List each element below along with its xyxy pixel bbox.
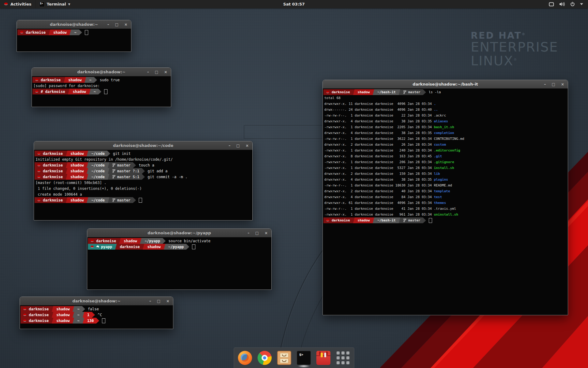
volume-icon[interactable] — [559, 2, 565, 6]
dock-item-firefox[interactable] — [238, 351, 252, 365]
close-button[interactable]: × — [124, 23, 127, 26]
powerline-arrow — [82, 306, 85, 312]
prompt-segment-user: darknoise — [35, 168, 65, 174]
firefox-icon — [238, 351, 252, 365]
status-area — [549, 0, 588, 8]
terminal-content[interactable]: darknoiseshadow~sudo true[sudo] password… — [32, 76, 171, 94]
minimize-button[interactable]: – — [229, 144, 231, 148]
ls-row-filename: completion — [434, 131, 454, 135]
powerline-separator — [84, 77, 87, 83]
powerline-separator — [86, 174, 89, 180]
terminal-cursor — [104, 89, 107, 94]
minimize-button[interactable]: – — [107, 23, 109, 26]
maximize-button[interactable]: □ — [155, 70, 158, 74]
window-buttons: –□× — [544, 82, 568, 86]
terminal-content[interactable]: darknoiseshadow~/bash-itmasterls -latota… — [323, 89, 568, 223]
terminal-content[interactable]: darknoiseshadow~ — [17, 29, 131, 35]
power-icon[interactable] — [570, 2, 575, 6]
dock-item-chrome[interactable] — [258, 351, 272, 365]
git-branch-icon — [112, 175, 115, 179]
powerline-arrow — [133, 162, 136, 168]
titlebar[interactable]: darknoise@shadow:~/pyapp –□× — [87, 229, 271, 237]
minimize-button[interactable]: – — [147, 70, 149, 74]
dock-item-app-grid[interactable] — [336, 351, 350, 365]
powerline-separator — [82, 318, 85, 324]
redhat-prompt-icon — [90, 240, 94, 243]
dock-item-terminal[interactable]: $> — [297, 351, 311, 365]
maximize-button[interactable]: □ — [115, 23, 119, 26]
prompt-segment-host: shadow — [68, 168, 86, 174]
redhat-prompt-icon — [37, 175, 41, 178]
ls-row-meta: -rw-rw-r--. 1 darknoise darknoise 18630 … — [323, 183, 434, 187]
terminal-cursor — [429, 218, 432, 223]
titlebar[interactable]: darknoise@shadow:~ –□× — [20, 297, 173, 305]
close-button[interactable]: × — [561, 82, 564, 86]
prompt-segment-user: darknoise — [17, 29, 48, 35]
prompt-segment-host: shadow — [54, 306, 72, 312]
terminal-line: [master (root-commit) 50bcb63] . — [35, 180, 252, 186]
ls-row-meta: -rwxrwxr-x. 1 darknoise darknoise 206 Ja… — [323, 160, 434, 164]
powerline-separator — [398, 217, 401, 223]
powerline-separator — [51, 318, 54, 324]
powerline-separator — [51, 306, 54, 312]
ls-row-filename: themes — [434, 201, 446, 205]
powerline-separator — [65, 174, 68, 180]
prompt-segment-host: shadow — [51, 29, 69, 35]
minimize-button[interactable]: – — [248, 231, 250, 235]
prompt-segment-path: ~ — [75, 306, 82, 312]
dock: $> — [234, 347, 354, 368]
terminal-line: darknoiseshadow~/pyappsource bin/activat… — [88, 238, 271, 244]
minimize-button[interactable]: – — [544, 82, 546, 86]
prompt-segment-path: ~/code — [89, 151, 107, 156]
chevron-down-icon[interactable] — [580, 3, 583, 5]
dock-item-toolbox[interactable] — [316, 351, 330, 365]
maximize-button[interactable]: □ — [236, 144, 240, 148]
terminal-line: drwxrwxr-x. 2 darknoise darknoise 40 Jan… — [323, 188, 568, 194]
close-button[interactable]: × — [265, 231, 268, 235]
activities-button[interactable]: Activities — [0, 0, 35, 8]
python-venv-icon — [96, 245, 99, 248]
close-button[interactable]: × — [166, 299, 169, 303]
terminal-line: [sudo] password for darknoise: — [32, 83, 171, 89]
registered-mark: ® — [522, 32, 525, 36]
redhat-prompt-icon — [23, 313, 27, 316]
ls-row-filename: .. — [434, 108, 438, 112]
dock-item-files[interactable] — [277, 351, 291, 365]
ls-row-filename: .editorconfig — [434, 148, 460, 152]
maximize-button[interactable]: □ — [157, 299, 160, 303]
terminal-content[interactable]: darknoiseshadow~falsedarknoiseshadow~1^C… — [20, 305, 173, 324]
powerline-arrow — [133, 197, 136, 203]
ls-row-filename: uninstall.sh — [434, 213, 458, 217]
titlebar[interactable]: darknoise@shadow:~/code –□× — [34, 141, 252, 150]
titlebar[interactable]: darknoise@shadow:~ –□× — [32, 68, 171, 76]
titlebar[interactable]: darknoise@shadow:~/bash-it –□× — [323, 80, 568, 89]
terminal-content[interactable]: darknoiseshadow~/codegit initInitialized… — [34, 150, 252, 203]
prompt-segment-host: shadow — [70, 89, 88, 94]
terminal-content[interactable]: darknoiseshadow~/pyappsource bin/activat… — [87, 237, 271, 250]
terminal-line: darknoiseshadow~130 — [21, 318, 173, 324]
prompt-segment-host: shadow — [145, 244, 163, 250]
powerline-separator — [89, 89, 91, 94]
terminal-line: # darknoiseshadow~ — [32, 89, 171, 94]
powerline-arrow — [96, 318, 99, 324]
app-menu-terminal[interactable]: $> Terminal ▼ — [35, 0, 74, 8]
terminal-line: drwxrwxr-x. 11 darknoise darknoise 4096 … — [323, 101, 568, 107]
powerline-separator — [86, 162, 89, 168]
close-button[interactable]: × — [164, 70, 167, 74]
titlebar[interactable]: darknoise@shadow:~ –□× — [17, 20, 131, 29]
minimize-button[interactable]: – — [149, 299, 151, 303]
window-buttons: –□× — [229, 144, 252, 148]
redhat-icon — [4, 2, 8, 6]
clock[interactable]: Sat 03:57 — [283, 2, 305, 6]
powerline-arrow — [186, 244, 189, 250]
maximize-button[interactable]: □ — [255, 231, 259, 235]
ls-row-meta: -rwxrwxr-x. 1 darknoise darknoise 5327 J… — [323, 166, 434, 170]
close-button[interactable]: × — [246, 144, 249, 148]
powerline-separator — [69, 29, 72, 35]
ls-row-meta: drwx------. 24 darknoise darknoise 4096 … — [323, 108, 434, 112]
activities-label: Activities — [10, 2, 32, 6]
terminal-output: total 68 — [323, 96, 341, 100]
toolbox-icon — [316, 351, 330, 365]
screen-icon[interactable] — [549, 2, 554, 6]
maximize-button[interactable]: □ — [552, 82, 555, 86]
